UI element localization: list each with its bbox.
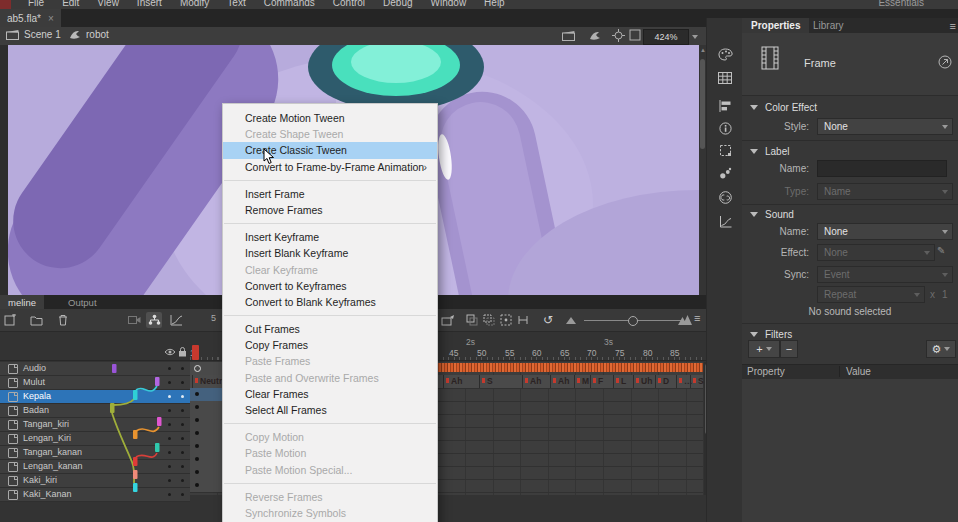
symbol-breadcrumb[interactable]: robot xyxy=(68,29,109,40)
layer-row-tangan-kanan[interactable]: Tangan_kanan xyxy=(0,446,190,460)
properties-panel-menu-icon[interactable]: ≡ xyxy=(950,20,956,32)
menu-modify[interactable]: Modify xyxy=(171,0,218,8)
menu-item-convert-to-keyframes[interactable]: Convert to Keyframes xyxy=(223,278,437,294)
menu-text[interactable]: Text xyxy=(218,0,254,8)
stage-left-gutter xyxy=(0,45,8,295)
stage-edit-bar: Scene 1 robot 424% xyxy=(0,27,712,45)
menu-item-convert-frame-by-frame[interactable]: Convert to Frame-by-Frame Animation› xyxy=(223,159,437,175)
sound-name-select[interactable]: None xyxy=(817,223,953,240)
menu-debug[interactable]: Debug xyxy=(374,0,421,8)
new-layer-button[interactable] xyxy=(2,312,18,328)
center-stage-icon[interactable] xyxy=(612,29,625,42)
playhead[interactable] xyxy=(192,345,199,360)
tab-timeline[interactable]: meline xyxy=(0,295,44,309)
timeline-zoom-out-icon[interactable] xyxy=(566,317,576,324)
menu-item-remove-frames[interactable]: Remove Frames xyxy=(223,202,437,218)
menu-item-copy-motion: Copy Motion xyxy=(223,429,437,445)
menu-item-create-shape-tween: Create Shape Tween xyxy=(223,126,437,142)
menu-file[interactable]: File xyxy=(19,0,53,8)
layer-row-kaki-kanan[interactable]: Kaki_Kanan xyxy=(0,488,190,502)
delete-layer-button[interactable] xyxy=(55,312,71,328)
history-panel-icon[interactable] xyxy=(717,214,733,230)
tab-properties[interactable]: Properties xyxy=(742,18,809,33)
brush-library-panel-icon[interactable] xyxy=(717,165,733,181)
cc-libraries-panel-icon[interactable] xyxy=(717,189,733,205)
menu-commands[interactable]: Commands xyxy=(255,0,324,8)
onion-skin-outline-icon[interactable] xyxy=(481,312,497,328)
section-color-effect[interactable]: Color Effect xyxy=(750,102,817,113)
new-folder-button[interactable] xyxy=(28,312,44,328)
menu-item-insert-frame[interactable]: Insert Frame xyxy=(223,186,437,202)
onion-skin-icon[interactable] xyxy=(464,312,480,328)
clapperboard-icon xyxy=(6,29,19,40)
parenting-view-icon[interactable] xyxy=(146,312,162,328)
section-label[interactable]: Label xyxy=(750,146,789,157)
menu-item-insert-keyframe[interactable]: Insert Keyframe xyxy=(223,229,437,245)
scene-breadcrumb[interactable]: Scene 1 xyxy=(6,29,61,40)
timeline-zoom-handle[interactable] xyxy=(628,316,638,326)
menu-item-create-motion-tween[interactable]: Create Motion Tween xyxy=(223,110,437,126)
menu-view[interactable]: View xyxy=(88,0,128,8)
menu-item-convert-to-blank-keyframes[interactable]: Convert to Blank Keyframes xyxy=(223,294,437,310)
insert-keyframe-icon[interactable] xyxy=(440,312,456,328)
layer-icon xyxy=(8,364,18,374)
layer-row-tangan-kiri[interactable]: Tangan_kiri xyxy=(0,418,190,432)
menu-help[interactable]: Help xyxy=(475,0,514,8)
animate-window: File Edit View Insert Modify Text Comman… xyxy=(0,0,958,522)
document-tab[interactable]: ab5.fla* × xyxy=(0,9,61,27)
section-filters[interactable]: Filters xyxy=(750,329,792,340)
add-filter-button[interactable]: + xyxy=(748,340,780,358)
layer-row-mulut[interactable]: Mulut xyxy=(0,376,190,390)
layer-row-kaki-kiri[interactable]: Kaki_kiri xyxy=(0,474,190,488)
edit-scene-icon[interactable] xyxy=(562,30,575,41)
workspace-switcher[interactable]: Essentials xyxy=(878,0,924,8)
timeline-panel-menu-icon[interactable]: ≡ xyxy=(694,312,700,324)
layer-row-kepala[interactable]: Kepala xyxy=(0,390,190,404)
filter-options-button[interactable]: ⚙ xyxy=(926,340,956,358)
menu-window[interactable]: Window xyxy=(422,0,476,8)
layer-icon xyxy=(8,448,18,458)
layer-row-lengan-kanan[interactable]: Lengan_kanan xyxy=(0,460,190,474)
transform-panel-icon[interactable] xyxy=(717,142,733,158)
menu-insert[interactable]: Insert xyxy=(128,0,171,8)
remove-filter-button[interactable]: − xyxy=(780,340,798,358)
modify-markers-icon[interactable] xyxy=(515,312,531,328)
color-panel-icon[interactable] xyxy=(717,46,733,62)
clip-content-icon[interactable] xyxy=(629,29,641,41)
menu-item-insert-blank-keyframe[interactable]: Insert Blank Keyframe xyxy=(223,245,437,261)
zoom-level-select[interactable]: 424% xyxy=(643,29,689,45)
style-select[interactable]: None xyxy=(817,118,953,135)
stage-vertical-scrollbar[interactable]: ▲ xyxy=(699,45,706,295)
zoom-chevron-icon[interactable] xyxy=(692,35,698,39)
tab-library[interactable]: Library xyxy=(804,18,853,33)
menu-item-cut-frames[interactable]: Cut Frames xyxy=(223,321,437,337)
repeat-multiply-label: x xyxy=(930,289,935,300)
layer-icon xyxy=(8,420,18,430)
visibility-column-icon[interactable] xyxy=(164,348,176,356)
timeline-zoom-in-icon[interactable] xyxy=(678,315,692,325)
tab-output[interactable]: Output xyxy=(60,295,105,309)
edit-multiple-frames-icon[interactable] xyxy=(498,312,514,328)
close-tab-icon[interactable]: × xyxy=(48,13,54,24)
graph-editor-icon[interactable] xyxy=(168,312,184,328)
menu-control[interactable]: Control xyxy=(324,0,374,8)
lock-column-icon[interactable] xyxy=(178,347,187,357)
section-sound[interactable]: Sound xyxy=(750,209,794,220)
info-panel-icon[interactable] xyxy=(717,120,733,136)
layer-row-lengan-kiri[interactable]: Lengan_Kiri xyxy=(0,432,190,446)
loop-icon[interactable]: ↺ xyxy=(540,312,556,328)
menu-item-select-all-frames[interactable]: Select All Frames xyxy=(223,402,437,418)
menu-item-clear-frames[interactable]: Clear Frames xyxy=(223,386,437,402)
layer-row-audio[interactable]: Audio xyxy=(0,362,190,376)
menu-item-create-classic-tween[interactable]: Create Classic Tween xyxy=(223,142,437,158)
menu-edit[interactable]: Edit xyxy=(53,0,88,8)
circular-arrow-icon[interactable] xyxy=(938,55,952,69)
label-name-input[interactable] xyxy=(817,160,947,177)
camera-icon[interactable] xyxy=(126,312,142,328)
layer-row-badan[interactable]: Badan xyxy=(0,404,190,418)
swatches-panel-icon[interactable] xyxy=(717,70,733,86)
edit-sound-pencil-icon[interactable]: ✎ xyxy=(937,245,945,256)
menu-item-copy-frames[interactable]: Copy Frames xyxy=(223,337,437,353)
align-panel-icon[interactable] xyxy=(717,98,733,114)
edit-symbol-icon[interactable] xyxy=(588,30,601,41)
